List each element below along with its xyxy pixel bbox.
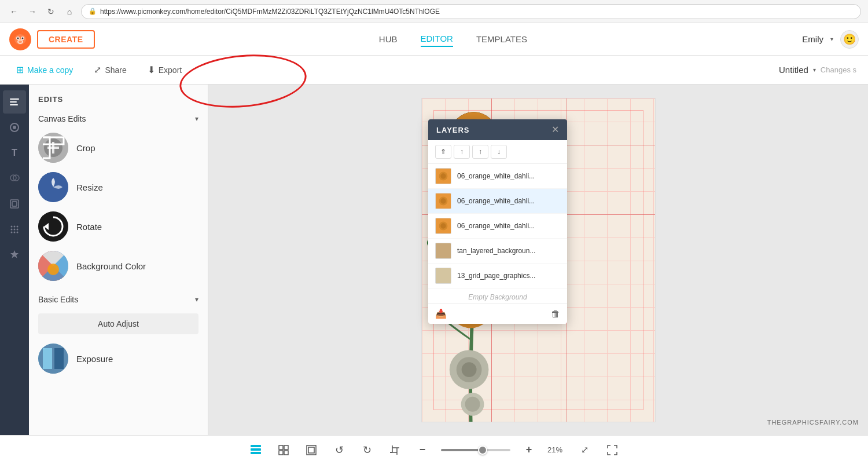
svg-rect-79: [308, 447, 314, 453]
basic-edits-header[interactable]: Basic Edits ▾: [29, 290, 208, 309]
svg-rect-36: [54, 348, 64, 369]
background-color-item[interactable]: Background Color: [29, 246, 208, 286]
basic-edits-chevron: ▾: [195, 295, 198, 304]
browser-bar: ← → ↻ ⌂ 🔒 https://www.picmonkey.com/home…: [0, 0, 868, 23]
svg-rect-9: [10, 104, 18, 105]
user-name[interactable]: Emily: [802, 34, 823, 44]
make-copy-button[interactable]: ⊞ Make a copy: [12, 62, 78, 78]
layers-scroll-button[interactable]: 📥: [435, 308, 447, 319]
url-text: https://www.picmonkey.com/home/editor/Ci…: [100, 8, 440, 16]
zoom-out-button[interactable]: −: [413, 441, 432, 459]
svg-point-11: [13, 126, 16, 129]
layer-move-top-button[interactable]: ⇑: [435, 145, 451, 159]
undo-button[interactable]: ↺: [330, 441, 348, 459]
sidebar-icon-frames[interactable]: [3, 192, 26, 215]
forward-btn[interactable]: →: [25, 5, 39, 19]
layers-header: LAYERS ✕: [428, 119, 567, 140]
share-label: Share: [105, 65, 126, 75]
logo-icon[interactable]: [9, 28, 31, 50]
bgcolor-thumb: [38, 251, 68, 281]
svg-rect-76: [279, 451, 283, 455]
crop-item[interactable]: Crop: [29, 128, 208, 167]
layer-item[interactable]: tan_layered_backgroun...: [428, 239, 567, 264]
edits-panel: EDITS Canvas Edits ▾: [29, 85, 208, 435]
layers-toggle-button[interactable]: [247, 441, 265, 459]
layer-thumb-0: [435, 168, 451, 184]
doc-title-dropdown[interactable]: ▾: [813, 67, 816, 73]
layer-move-up-button[interactable]: ↑: [454, 145, 470, 159]
svg-point-70: [440, 223, 446, 228]
svg-point-23: [14, 232, 16, 233]
layer-item[interactable]: 06_orange_white_dahli...: [428, 164, 567, 189]
sidebar-icon-effects[interactable]: [3, 116, 26, 139]
back-btn[interactable]: ←: [7, 5, 21, 19]
svg-rect-72: [251, 448, 261, 451]
logo-area: CREATE: [9, 28, 95, 50]
user-avatar[interactable]: 🙂: [840, 30, 859, 49]
layer-move-bottom-button[interactable]: ↓: [491, 145, 507, 159]
rotate-thumb: [38, 211, 68, 242]
layer-item[interactable]: 06_orange_white_dahli...: [428, 214, 567, 239]
layer-move-down-button[interactable]: ↑: [472, 145, 488, 159]
canvas-area[interactable]: THEGRAPHICSFAIRY.COM LAYERS ✕ ⇑ ↑ ↑ ↓: [208, 85, 868, 435]
exposure-item[interactable]: Exposure: [29, 339, 208, 378]
layers-panel: LAYERS ✕ ⇑ ↑ ↑ ↓: [428, 119, 567, 324]
layers-delete-button[interactable]: 🗑: [551, 309, 560, 319]
reload-btn[interactable]: ↻: [44, 5, 58, 19]
share-button[interactable]: ⤢ Share: [89, 62, 131, 78]
frame-button[interactable]: [302, 441, 321, 459]
layers-footer: 📥 🗑: [428, 303, 567, 324]
sidebar-icon-overlays[interactable]: [3, 167, 26, 190]
layers-close-button[interactable]: ✕: [551, 125, 559, 134]
rotate-label: Rotate: [76, 222, 102, 232]
grid-toggle-button[interactable]: [274, 441, 293, 459]
app-container: CREATE HUB EDITOR TEMPLATES Emily ▾ 🙂 ⊞ …: [0, 23, 868, 464]
layer-item[interactable]: 13_grid_page_graphics...: [428, 264, 567, 288]
sidebar-icon-edits[interactable]: [3, 90, 26, 114]
exposure-thumb: [38, 344, 68, 374]
templates-link[interactable]: TEMPLATES: [476, 32, 527, 46]
home-btn[interactable]: ⌂: [62, 5, 76, 19]
doc-title[interactable]: Untitled: [779, 65, 808, 75]
crop-label: Crop: [76, 143, 95, 153]
svg-point-19: [11, 229, 13, 231]
address-bar[interactable]: 🔒 https://www.picmonkey.com/home/editor/…: [81, 4, 861, 19]
layer-item[interactable]: 06_orange_white_dahli...: [428, 189, 567, 214]
svg-point-68: [440, 198, 446, 203]
editor-link[interactable]: EDITOR: [421, 31, 453, 47]
make-copy-label: Make a copy: [27, 65, 73, 75]
fullscreen-button[interactable]: [603, 441, 621, 459]
hub-link[interactable]: HUB: [379, 32, 398, 46]
copy-icon: ⊞: [16, 64, 24, 75]
redo-button[interactable]: ↻: [358, 441, 376, 459]
sidebar-icon-text[interactable]: T: [3, 141, 26, 165]
sidebar-icon-graphics[interactable]: [3, 243, 26, 266]
svg-point-21: [17, 229, 19, 231]
user-dropdown-arrow[interactable]: ▾: [830, 36, 833, 42]
export-button[interactable]: ⬇ Export: [143, 62, 186, 78]
crop-thumb: [38, 133, 68, 163]
canvas-edits-chevron: ▾: [195, 115, 198, 123]
svg-point-33: [47, 264, 59, 275]
sidebar-icon-textures[interactable]: [3, 218, 26, 241]
zoom-slider[interactable]: [441, 449, 510, 451]
svg-point-66: [440, 173, 446, 178]
resize-item[interactable]: Resize: [29, 167, 208, 207]
zoom-slider-thumb[interactable]: [478, 445, 487, 455]
auto-adjust-button[interactable]: Auto Adjust: [38, 313, 198, 334]
svg-point-17: [14, 226, 16, 228]
layer-name-1: 06_orange_white_dahli...: [457, 197, 535, 205]
svg-point-62: [461, 362, 476, 377]
rotate-item[interactable]: Rotate: [29, 207, 208, 246]
zoom-in-button[interactable]: +: [520, 441, 538, 459]
create-button[interactable]: CREATE: [37, 30, 95, 49]
fit-to-screen-button[interactable]: ⤢: [575, 441, 594, 459]
svg-rect-35: [43, 348, 52, 369]
crop-bottom-button[interactable]: [385, 441, 404, 459]
svg-point-34: [38, 344, 68, 374]
toolbar-right: Untitled ▾ Changes s: [779, 65, 856, 75]
layer-thumb-1: [435, 193, 451, 209]
layers-title: LAYERS: [436, 126, 470, 134]
svg-point-24: [17, 232, 19, 233]
canvas-edits-header[interactable]: Canvas Edits ▾: [29, 109, 208, 128]
